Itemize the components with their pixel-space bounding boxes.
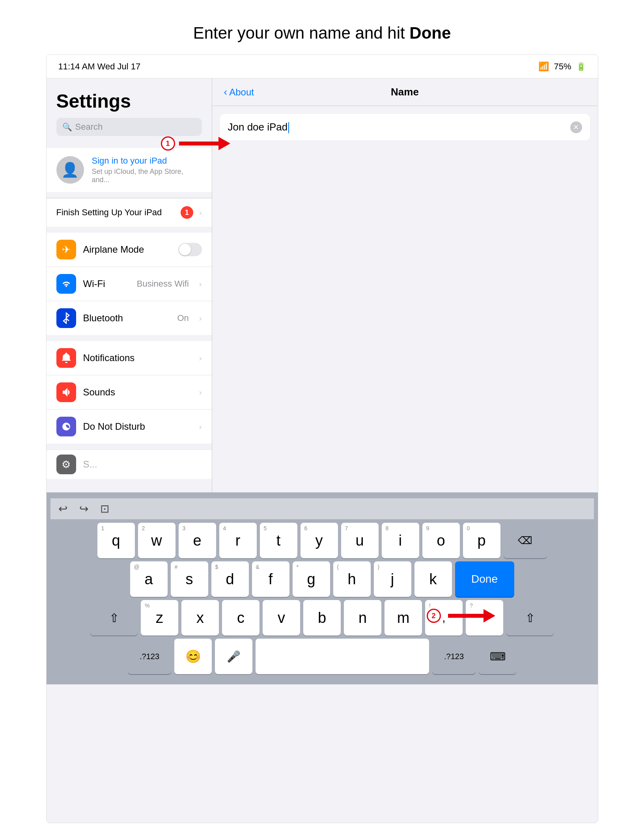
key-n[interactable]: n [344,600,381,635]
notifications-icon [56,348,76,368]
key-p-letter: p [477,532,485,549]
key-shift-right[interactable]: ⇧ [506,600,554,635]
key-g[interactable]: *g [293,561,330,597]
key-shift-left[interactable]: ⇧ [90,600,138,635]
key-space[interactable] [256,639,429,674]
done-label: Done [471,573,498,585]
key-a[interactable]: @a [130,561,168,597]
icloud-row[interactable]: 👤 Sign in to your iPad Set up iCloud, th… [47,148,212,192]
sounds-icon [56,382,76,402]
key-t-letter: t [276,532,281,549]
airplane-toggle[interactable] [178,243,202,256]
notifications-label: Notifications [83,352,192,363]
wifi-row[interactable]: Wi-Fi Business Wifi › [47,267,212,301]
partial-label: S... [83,459,202,470]
icloud-section: 👤 Sign in to your iPad Set up iCloud, th… [47,148,212,192]
key-o[interactable]: 9o [422,523,460,558]
key-w[interactable]: 2w [138,523,175,558]
key-u-num: 7 [345,525,348,531]
key-z-letter: z [156,609,163,626]
back-button[interactable]: ‹ About [224,86,254,98]
name-input-value: Jon doe iPad [228,121,288,133]
key-w-num: 2 [142,525,145,531]
key-keyboard[interactable]: ⌨ [479,639,516,674]
setup-row[interactable]: Finish Setting Up Your iPad 1 › [47,198,212,227]
battery-icon: 🔋 [576,62,586,71]
redo-button[interactable]: ↪ [79,502,88,515]
key-h[interactable]: (h [333,561,371,597]
setup-badge: 1 [181,206,193,219]
key-w-letter: w [151,532,162,549]
key-r[interactable]: 4r [219,523,257,558]
key-t-num: 5 [264,525,267,531]
status-right: 📶 75% 🔋 [538,61,586,72]
key-r-num: 4 [223,525,226,531]
key-h-letter: h [347,571,356,588]
key-f[interactable]: &f [252,561,289,597]
page-title: Enter your own name and hit Done [0,0,644,54]
screenshot-container: 11:14 AM Wed Jul 17 📶 75% 🔋 Settings 🔍 S… [46,54,598,823]
do-not-disturb-row[interactable]: Do Not Disturb › [47,410,212,444]
clear-button[interactable]: ✕ [570,121,582,133]
chevron-right-icon: › [199,208,202,217]
key-z[interactable]: %z [141,600,178,635]
key-k[interactable]: k [414,561,452,597]
key-d[interactable]: $d [211,561,249,597]
icloud-text: Sign in to your iPad Set up iCloud, the … [92,156,202,184]
key-j-num: ) [378,564,380,570]
key-i-letter: i [399,532,402,549]
notifications-row[interactable]: Notifications › [47,341,212,375]
key-mic[interactable]: 🎤 [215,639,252,674]
key-y[interactable]: 6y [301,523,338,558]
key-p[interactable]: 0p [463,523,500,558]
wifi-label: Wi-Fi [83,278,130,289]
key-123-left[interactable]: .?123 [128,639,171,674]
key-emoji[interactable]: 😊 [174,639,212,674]
partial-icon: ⚙ [56,455,76,474]
key-c-letter: c [237,609,245,626]
key-s[interactable]: #s [171,561,208,597]
key-c[interactable]: c [222,600,259,635]
key-q-num: 1 [101,525,105,531]
mic-icon: 🎤 [227,650,241,663]
key-i[interactable]: 8i [382,523,419,558]
name-panel: ‹ About Name Jon doe iPad ✕ [212,78,598,492]
key-v[interactable]: v [263,600,300,635]
key-s-letter: s [186,571,193,588]
keyboard-icon: ⌨ [490,650,506,663]
svg-marker-0 [179,137,230,150]
name-input-text[interactable]: Jon doe iPad [228,121,570,133]
partial-row: ⚙ S... [47,449,212,479]
nav-title: Name [391,86,419,98]
key-123-right[interactable]: .?123 [432,639,476,674]
key-e[interactable]: 3e [179,523,216,558]
undo-button[interactable]: ↩ [58,502,67,515]
name-input-section[interactable]: Jon doe iPad ✕ [220,114,590,140]
key-b[interactable]: b [303,600,341,635]
key-u[interactable]: 7u [341,523,379,558]
key-t[interactable]: 5t [260,523,297,558]
key-delete[interactable]: ⌫ [504,523,547,558]
key-j-letter: j [391,571,394,588]
wifi-setting-icon [56,274,76,294]
key-d-num: $ [215,564,218,570]
key-f-num: & [256,564,259,570]
key-n-letter: n [358,609,367,626]
search-placeholder: Search [75,122,103,132]
key-x[interactable]: x [181,600,219,635]
back-label: About [229,87,254,98]
key-m[interactable]: m [385,600,422,635]
num-label-right: .?123 [444,652,464,661]
wifi-value: Business Wifi [137,279,189,289]
done-button[interactable]: Done [455,561,514,597]
key-q[interactable]: 1q [97,523,135,558]
bluetooth-row[interactable]: Bluetooth On › [47,301,212,335]
airplane-icon: ✈ [56,240,76,259]
paste-button[interactable]: ⊡ [100,502,109,515]
key-o-num: 9 [426,525,429,531]
airplane-mode-row[interactable]: ✈ Airplane Mode [47,233,212,267]
sounds-row[interactable]: Sounds › [47,375,212,410]
keyboard-row-1: 1q 2w 3e 4r 5t 6y 7u 8i 9o 0p ⌫ [52,523,592,558]
setup-label: Finish Setting Up Your iPad [56,207,181,218]
key-j[interactable]: )j [374,561,411,597]
